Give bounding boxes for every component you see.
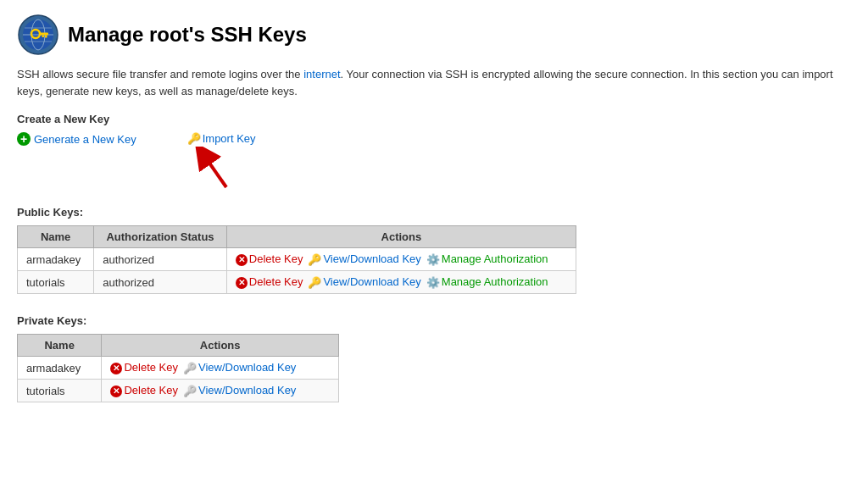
col-actions: Actions	[226, 226, 576, 248]
create-section-title: Create a New Key	[17, 113, 851, 125]
svg-rect-8	[45, 36, 47, 38]
page-header: Manage root's SSH Keys	[17, 14, 851, 56]
key-name: tutorials	[18, 380, 102, 402]
svg-rect-9	[42, 36, 45, 38]
table-row: tutorials authorized ✕Delete Key 🔑View/D…	[18, 271, 576, 294]
generate-new-key-link[interactable]: + Generate a New Key	[17, 132, 136, 146]
delete-key-link[interactable]: ✕Delete Key	[236, 252, 303, 266]
key-name: armadakey	[18, 357, 102, 380]
key-icon: 🔑	[187, 132, 201, 145]
plus-icon: +	[17, 132, 31, 146]
col-auth-status: Authorization Status	[94, 226, 227, 248]
x-icon: ✕	[110, 385, 122, 397]
svg-line-11	[203, 153, 226, 187]
x-icon: ✕	[236, 277, 248, 289]
view-download-key-link[interactable]: 🔑View/Download Key	[183, 384, 296, 397]
view-download-key-link[interactable]: 🔑View/Download Key	[308, 252, 420, 266]
table-row: tutorials ✕Delete Key 🔑View/Download Key	[18, 380, 339, 402]
import-key-wrapper: 🔑 Import Key	[187, 132, 256, 189]
col-name: Name	[18, 335, 102, 357]
key-name: armadakey	[18, 248, 94, 271]
delete-key-link[interactable]: ✕Delete Key	[236, 275, 303, 289]
arrow-indicator	[194, 147, 236, 189]
delete-key-link[interactable]: ✕Delete Key	[110, 384, 178, 397]
key-name: tutorials	[18, 271, 94, 294]
manage-authorization-link[interactable]: ⚙️Manage Authorization	[426, 275, 548, 289]
gear-icon: ⚙️	[426, 276, 440, 289]
auth-status: authorized	[94, 248, 227, 271]
actions-cell: ✕Delete Key 🔑View/Download Key	[102, 357, 339, 380]
key-gray-icon: 🔑	[183, 362, 197, 374]
x-icon: ✕	[236, 254, 248, 266]
key-yellow-icon: 🔑	[308, 276, 321, 289]
actions-cell: ✕Delete Key 🔑View/Download Key	[102, 380, 339, 402]
key-gray-icon: 🔑	[183, 385, 197, 397]
description-text: SSH allows secure file transfer and remo…	[17, 66, 851, 99]
auth-status: authorized	[94, 271, 227, 294]
private-keys-table: Name Actions armadakey ✕Delete Key 🔑View…	[17, 334, 339, 402]
public-keys-table: Name Authorization Status Actions armada…	[17, 225, 576, 294]
table-row: armadakey authorized ✕Delete Key 🔑View/D…	[18, 248, 576, 271]
delete-key-link[interactable]: ✕Delete Key	[110, 361, 178, 374]
public-keys-title: Public Keys:	[17, 206, 851, 219]
private-keys-title: Private Keys:	[17, 314, 851, 327]
view-download-key-link[interactable]: 🔑View/Download Key	[183, 361, 296, 374]
key-yellow-icon: 🔑	[308, 253, 321, 266]
col-name: Name	[18, 226, 94, 248]
public-keys-section: Public Keys: Name Authorization Status A…	[17, 206, 851, 294]
x-icon: ✕	[110, 363, 122, 374]
private-keys-section: Private Keys: Name Actions armadakey ✕De…	[17, 314, 851, 402]
col-actions: Actions	[102, 335, 339, 357]
manage-authorization-link[interactable]: ⚙️Manage Authorization	[426, 252, 548, 266]
svg-rect-7	[40, 33, 48, 36]
create-actions: + Generate a New Key 🔑 Import Key	[17, 132, 851, 189]
table-row: armadakey ✕Delete Key 🔑View/Download Key	[18, 357, 339, 380]
gear-icon: ⚙️	[426, 253, 440, 266]
page-title: Manage root's SSH Keys	[68, 23, 307, 47]
import-key-link[interactable]: 🔑 Import Key	[187, 132, 256, 145]
view-download-key-link[interactable]: 🔑View/Download Key	[308, 275, 420, 289]
actions-cell: ✕Delete Key 🔑View/Download Key ⚙️Manage …	[226, 248, 576, 271]
actions-cell: ✕Delete Key 🔑View/Download Key ⚙️Manage …	[226, 271, 576, 294]
ssh-keys-icon	[17, 14, 59, 56]
